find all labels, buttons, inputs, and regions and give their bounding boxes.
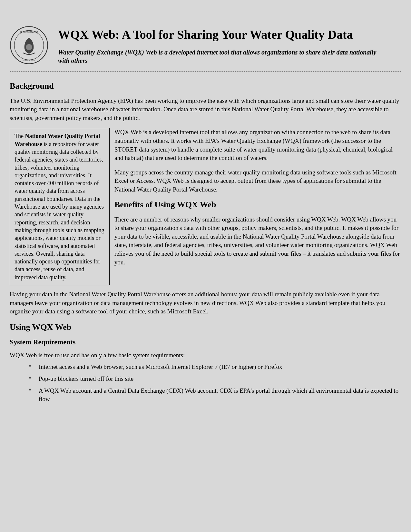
svg-text:UNITED STATES: UNITED STATES xyxy=(20,31,38,34)
list-item: Pop-up blockers turned off for this site xyxy=(29,375,401,383)
benefits-para-2: Having your data in the National Water Q… xyxy=(10,290,401,316)
header-divider xyxy=(10,71,401,72)
callout-text-after: is a repository for water quality monito… xyxy=(15,141,104,281)
header-text-block: WQX Web: A Tool for Sharing Your Water Q… xyxy=(58,26,401,65)
svg-text:PROTECTION: PROTECTION xyxy=(23,60,35,62)
page-title: WQX Web: A Tool for Sharing Your Water Q… xyxy=(58,27,388,42)
list-item: A WQX Web account and a Central Data Exc… xyxy=(29,387,401,404)
warehouse-callout-box: The National Water Quality Portal Wareho… xyxy=(10,128,110,285)
background-heading: Background xyxy=(10,81,401,91)
requirements-list: Internet access and a Web browser, such … xyxy=(10,363,401,403)
svg-point-2 xyxy=(26,44,32,50)
document-header: UNITED STATES PROTECTION WQX Web: A Tool… xyxy=(10,26,401,65)
list-item: Internet access and a Web browser, such … xyxy=(29,363,401,371)
epa-seal-icon: UNITED STATES PROTECTION xyxy=(10,26,48,64)
system-requirements-subheading: System Requirements xyxy=(10,338,401,346)
background-intro: The U.S. Environmental Protection Agency… xyxy=(10,97,401,123)
using-heading: Using WQX Web xyxy=(10,322,401,332)
page-subtitle: Water Quality Exchange (WQX) Web is a de… xyxy=(58,48,388,65)
requirements-intro: WQX Web is free to use and has only a fe… xyxy=(10,351,401,360)
callout-text-before: The xyxy=(15,133,25,139)
main-content-flow: The National Water Quality Portal Wareho… xyxy=(10,128,401,290)
